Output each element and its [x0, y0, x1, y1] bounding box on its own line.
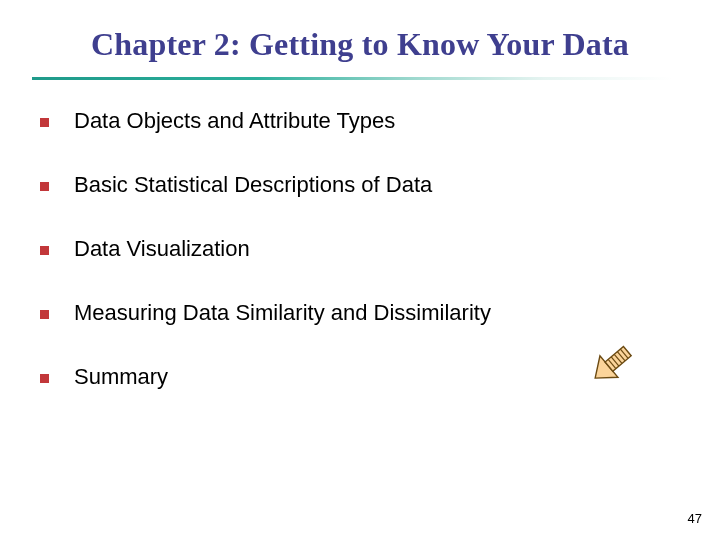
list-item: Data Visualization: [40, 236, 680, 262]
list-item: Basic Statistical Descriptions of Data: [40, 172, 680, 198]
list-item: Data Objects and Attribute Types: [40, 108, 680, 134]
page-number: 47: [688, 511, 702, 526]
list-item: Measuring Data Similarity and Dissimilar…: [40, 300, 680, 326]
slide: Chapter 2: Getting to Know Your Data Dat…: [0, 0, 720, 540]
pointer-arrow-icon: [584, 340, 640, 388]
slide-title: Chapter 2: Getting to Know Your Data: [0, 0, 720, 63]
